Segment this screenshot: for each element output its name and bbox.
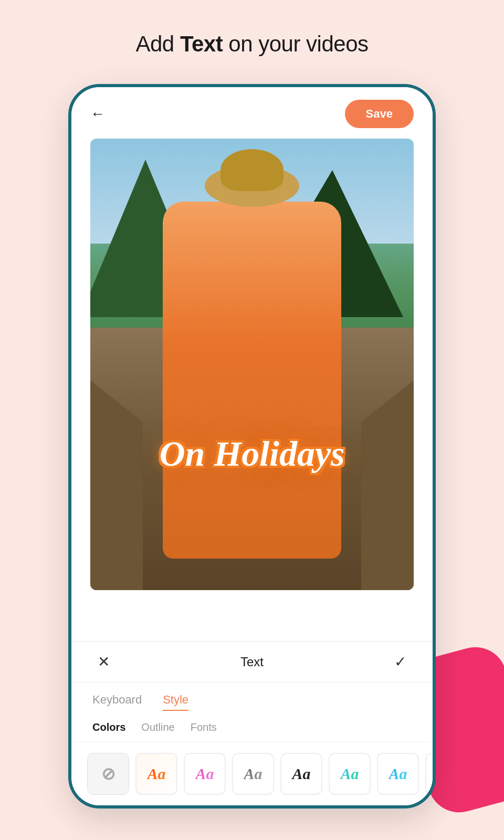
toolbar-title: Text — [240, 655, 264, 669]
color-swatches-row: ⊘ Aa Aa Aa Aa Aa Aa Aa — [71, 742, 433, 805]
swatch-2[interactable]: Aa — [184, 753, 226, 795]
phone-mockup: ← Save On Holidays ✕ Text ✓ Keyboard Sty… — [68, 84, 436, 808]
back-button[interactable]: ← — [90, 106, 105, 122]
tab-style[interactable]: Style — [163, 693, 188, 711]
swatch-5[interactable]: Aa — [329, 753, 371, 795]
phone-top-bar: ← Save — [71, 87, 433, 139]
image-overlay-text[interactable]: On Holidays — [159, 433, 344, 475]
person-figure — [163, 202, 341, 559]
swatch-1[interactable]: Aa — [135, 753, 177, 795]
person-hat — [205, 165, 299, 207]
bottom-panel: ✕ Text ✓ Keyboard Style Colors Outline F… — [71, 641, 433, 805]
tab-keyboard[interactable]: Keyboard — [92, 693, 142, 711]
swatch-7[interactable]: Aa — [425, 753, 433, 795]
subtab-colors[interactable]: Colors — [92, 721, 125, 733]
sub-tabs: Colors Outline Fonts — [71, 716, 433, 742]
text-toolbar: ✕ Text ✓ — [71, 642, 433, 682]
swatch-3[interactable]: Aa — [232, 753, 274, 795]
save-button[interactable]: Save — [345, 100, 414, 128]
swatch-4[interactable]: Aa — [280, 753, 322, 795]
confirm-button[interactable]: ✓ — [394, 653, 406, 670]
swatch-6[interactable]: Aa — [377, 753, 419, 795]
swatch-none[interactable]: ⊘ — [87, 753, 129, 795]
image-canvas[interactable]: On Holidays — [90, 139, 414, 590]
page-title: Add Text on your videos — [0, 0, 504, 78]
close-button[interactable]: ✕ — [98, 653, 110, 670]
subtab-fonts[interactable]: Fonts — [191, 721, 217, 733]
mode-tabs: Keyboard Style — [71, 682, 433, 716]
subtab-outline[interactable]: Outline — [141, 721, 174, 733]
